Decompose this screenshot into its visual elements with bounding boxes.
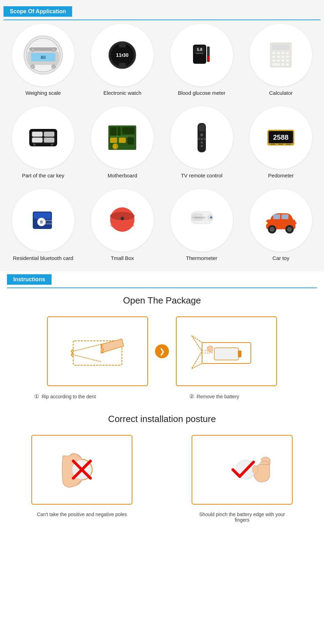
svg-text:2588: 2588 bbox=[273, 133, 289, 141]
svg-rect-57 bbox=[128, 136, 134, 145]
scope-item-tmall-box: Tmall Box bbox=[83, 185, 162, 264]
svg-text:5.8: 5.8 bbox=[197, 47, 202, 52]
scope-label-tv-remote: TV remote control bbox=[181, 172, 222, 178]
svg-point-103 bbox=[270, 227, 275, 232]
scope-grid: 80 Weighing scale 11:30 bbox=[3, 20, 321, 264]
svg-rect-12 bbox=[119, 42, 126, 47]
svg-rect-56 bbox=[119, 138, 126, 143]
correct-caption: Should pinch the battery edge with your … bbox=[192, 512, 293, 523]
scope-label-electronic-watch: Electronic watch bbox=[103, 90, 141, 96]
bluetooth-card-icon: B Bluetooth Induction bbox=[22, 199, 64, 241]
svg-rect-75 bbox=[270, 144, 276, 145]
scope-circle-thermometer: OMRON bbox=[170, 189, 233, 252]
step1-caption: ① Rip according to the dent bbox=[34, 393, 135, 400]
svg-point-96 bbox=[210, 216, 212, 219]
scope-item-electronic-watch: 11:30 Electronic watch bbox=[83, 20, 162, 99]
svg-rect-54 bbox=[122, 127, 134, 134]
scope-item-weighing-scale: 80 Weighing scale bbox=[3, 20, 83, 99]
scope-label-tmall-box: Tmall Box bbox=[111, 255, 134, 261]
svg-rect-29 bbox=[281, 52, 285, 54]
svg-point-58 bbox=[113, 144, 118, 149]
svg-rect-30 bbox=[286, 52, 289, 54]
step2-illustration bbox=[188, 323, 265, 379]
correct-posture-illustration bbox=[192, 435, 292, 504]
posture-captions: Can't take the positive and negative pol… bbox=[7, 512, 317, 523]
step1-box bbox=[47, 316, 148, 386]
svg-rect-33 bbox=[281, 55, 285, 58]
svg-rect-31 bbox=[272, 55, 276, 58]
scope-label-blood-glucose: Blood glucose meter bbox=[178, 90, 225, 96]
scope-circle-electronic-watch: 11:30 bbox=[91, 24, 154, 86]
svg-rect-27 bbox=[272, 52, 276, 54]
scope-label-motherboard: Motherboard bbox=[108, 172, 137, 178]
scope-item-car-key: Part of the car key bbox=[3, 103, 83, 182]
svg-rect-113 bbox=[238, 351, 241, 357]
instructions-section: Instructions Open The Package ❯ bbox=[0, 271, 324, 533]
instructions-header: Instructions bbox=[7, 271, 317, 288]
svg-rect-112 bbox=[214, 348, 239, 360]
scope-circle-pedometer: 2588 bbox=[249, 106, 312, 169]
electronic-watch-icon: 11:30 bbox=[101, 34, 143, 76]
scope-label-weighing-scale: Weighing scale bbox=[25, 90, 61, 96]
pedometer-icon: 2588 bbox=[260, 117, 302, 159]
weighing-scale-icon: 80 bbox=[22, 34, 64, 76]
step2-caption: ② Remove the battery bbox=[189, 393, 290, 400]
open-package-steps: ❯ bbox=[7, 316, 317, 386]
svg-rect-38 bbox=[286, 59, 289, 62]
svg-rect-28 bbox=[277, 52, 280, 54]
scope-label-calculator: Calculator bbox=[269, 90, 293, 96]
car-toy-icon bbox=[260, 199, 302, 241]
motherboard-icon bbox=[101, 117, 143, 159]
step-captions: ① Rip according to the dent ② Remove the… bbox=[7, 393, 317, 400]
scope-item-calculator: Calculator bbox=[241, 20, 321, 99]
scope-label-car-key: Part of the car key bbox=[22, 172, 64, 178]
svg-text:Bluetooth: Bluetooth bbox=[43, 219, 53, 222]
scope-circle-bluetooth-card: B Bluetooth Induction bbox=[12, 189, 75, 252]
svg-text:OMRON: OMRON bbox=[194, 216, 205, 219]
scope-circle-weighing-scale: 80 bbox=[12, 24, 75, 86]
car-key-icon bbox=[22, 117, 64, 159]
scope-section: Scope Of Application 80 Weighing sc bbox=[0, 0, 324, 271]
svg-rect-13 bbox=[119, 63, 126, 68]
scope-circle-tv-remote bbox=[170, 106, 233, 169]
svg-rect-46 bbox=[32, 138, 43, 143]
correct-posture-box bbox=[192, 435, 293, 505]
svg-point-106 bbox=[265, 222, 268, 224]
scope-label-car-toy: Car toy bbox=[272, 255, 289, 261]
svg-line-109 bbox=[73, 344, 101, 351]
scope-item-car-toy: Car toy bbox=[241, 185, 321, 264]
tv-remote-icon bbox=[181, 117, 223, 159]
scope-item-motherboard: Motherboard bbox=[83, 103, 162, 182]
open-package-title: Open The Package bbox=[7, 295, 317, 306]
step2-box bbox=[176, 316, 277, 386]
svg-rect-41 bbox=[286, 63, 289, 66]
blood-glucose-icon: 5.8 mmol/L bbox=[181, 34, 223, 76]
svg-rect-55 bbox=[110, 138, 117, 143]
svg-rect-40 bbox=[281, 63, 285, 66]
scope-item-bluetooth-card: B Bluetooth Induction Residential blueto… bbox=[3, 185, 83, 264]
scope-circle-blood-glucose: 5.8 mmol/L bbox=[170, 24, 233, 86]
installation-title: Correct installation posture bbox=[7, 414, 317, 424]
svg-rect-48 bbox=[44, 138, 54, 143]
scope-badge: Scope Of Application bbox=[3, 6, 72, 17]
svg-rect-64 bbox=[199, 124, 205, 131]
svg-point-68 bbox=[201, 145, 203, 147]
svg-rect-101 bbox=[281, 214, 288, 219]
svg-point-67 bbox=[201, 141, 203, 144]
scope-item-pedometer: 2588 Pedometer bbox=[241, 103, 321, 182]
svg-rect-36 bbox=[277, 59, 280, 62]
svg-rect-45 bbox=[32, 132, 43, 137]
svg-text:mmol/L: mmol/L bbox=[196, 52, 203, 54]
scope-item-thermometer: OMRON Thermometer bbox=[162, 185, 241, 264]
svg-point-7 bbox=[52, 64, 56, 69]
scope-item-tv-remote: TV remote control bbox=[162, 103, 241, 182]
scope-circle-car-toy bbox=[249, 189, 312, 252]
svg-rect-23 bbox=[208, 56, 209, 61]
svg-point-70 bbox=[203, 138, 206, 140]
svg-rect-32 bbox=[277, 55, 280, 58]
svg-rect-100 bbox=[273, 214, 280, 219]
svg-point-8 bbox=[31, 48, 34, 52]
svg-rect-26 bbox=[272, 45, 290, 50]
svg-point-105 bbox=[287, 227, 292, 232]
scope-circle-calculator bbox=[249, 24, 312, 86]
